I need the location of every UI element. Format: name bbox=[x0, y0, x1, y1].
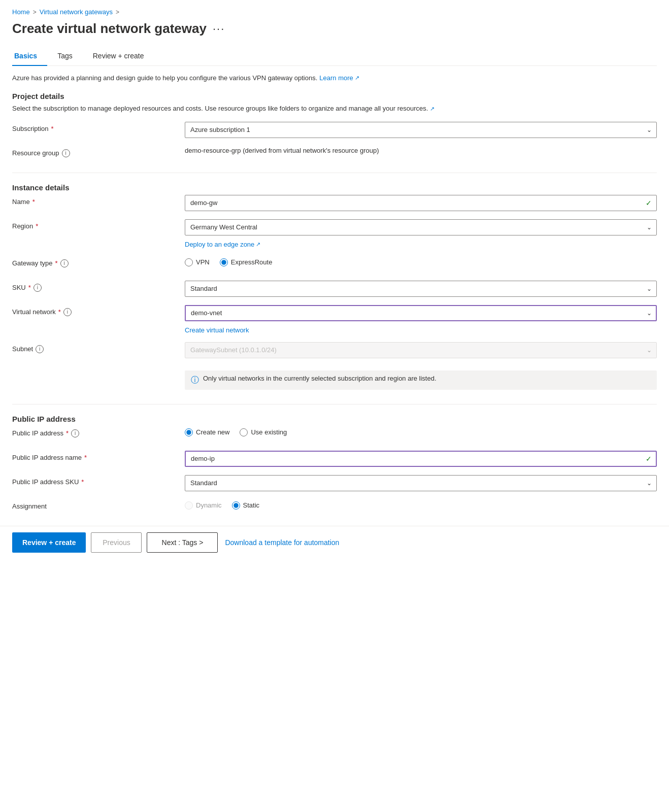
vnet-select-wrapper: demo-vnet ⌄ bbox=[185, 305, 657, 321]
name-input[interactable] bbox=[185, 195, 657, 211]
public-ip-sku-select[interactable]: Standard Basic bbox=[185, 475, 657, 491]
gateway-type-info-icon[interactable]: i bbox=[60, 259, 69, 267]
public-ip-title: Public IP address bbox=[12, 415, 657, 423]
public-ip-row: Public IP address * i Create new Use exi… bbox=[12, 426, 657, 443]
tab-tags[interactable]: Tags bbox=[55, 47, 83, 66]
sku-required: * bbox=[28, 284, 31, 291]
name-label: Name * bbox=[12, 195, 185, 206]
vnet-select[interactable]: demo-vnet bbox=[185, 305, 657, 321]
gateway-type-control: VPN ExpressRoute bbox=[185, 256, 657, 266]
gateway-type-expressroute-option[interactable]: ExpressRoute bbox=[220, 258, 273, 266]
next-button[interactable]: Next : Tags > bbox=[147, 532, 218, 553]
region-required: * bbox=[36, 222, 38, 230]
region-select-wrapper: Germany West Central ⌄ bbox=[185, 219, 657, 235]
gateway-type-expressroute-radio[interactable] bbox=[220, 258, 228, 266]
gateway-type-label: Gateway type * i bbox=[12, 256, 185, 267]
info-bar: Azure has provided a planning and design… bbox=[12, 74, 657, 82]
public-ip-name-input-wrap: ✓ bbox=[185, 451, 657, 467]
sku-select[interactable]: Standard HighPerformance UltraPerformanc… bbox=[185, 281, 657, 297]
region-select[interactable]: Germany West Central bbox=[185, 219, 657, 235]
external-link-icon: ↗ bbox=[355, 75, 359, 81]
region-control: Germany West Central ⌄ Deploy to an edge… bbox=[185, 219, 657, 248]
divider-2 bbox=[12, 404, 657, 404]
bottom-bar: Review + create Previous Next : Tags > D… bbox=[0, 526, 669, 559]
vnet-label: Virtual network * i bbox=[12, 305, 185, 316]
learn-more-link[interactable]: Learn more ↗ bbox=[319, 74, 359, 82]
sku-row: SKU * i Standard HighPerformance UltraPe… bbox=[12, 281, 657, 297]
create-vnet-link[interactable]: Create virtual network bbox=[185, 326, 249, 334]
sku-info-icon[interactable]: i bbox=[34, 284, 42, 292]
instance-details-section: Instance details Name * ✓ Region * bbox=[12, 183, 657, 394]
subnet-control: GatewaySubnet (10.0.1.0/24) ⌄ bbox=[185, 342, 657, 358]
previous-button[interactable]: Previous bbox=[91, 532, 142, 553]
assignment-static-option[interactable]: Static bbox=[232, 501, 260, 510]
resource-group-info-icon[interactable]: i bbox=[62, 149, 70, 157]
assignment-static-label: Static bbox=[243, 501, 260, 509]
gateway-type-row: Gateway type * i VPN ExpressRoute bbox=[12, 256, 657, 273]
gateway-type-vpn-option[interactable]: VPN bbox=[185, 258, 210, 266]
vnet-row: Virtual network * i demo-vnet ⌄ Create v… bbox=[12, 305, 657, 334]
breadcrumb-sep2: > bbox=[116, 9, 119, 16]
public-ip-name-control: ✓ bbox=[185, 451, 657, 467]
page-title: Create virtual network gateway bbox=[12, 21, 207, 37]
name-control: ✓ bbox=[185, 195, 657, 211]
public-ip-sku-row: Public IP address SKU * Standard Basic ⌄ bbox=[12, 475, 657, 491]
public-ip-name-required: * bbox=[84, 454, 87, 461]
public-ip-existing-radio[interactable] bbox=[240, 428, 248, 436]
project-details-title: Project details bbox=[12, 92, 657, 100]
name-check-icon: ✓ bbox=[646, 199, 652, 207]
name-required: * bbox=[32, 198, 35, 206]
assignment-static-radio[interactable] bbox=[232, 501, 240, 510]
gateway-type-vpn-label: VPN bbox=[196, 258, 210, 266]
assignment-dynamic-option[interactable]: Dynamic bbox=[185, 501, 222, 510]
tab-basics[interactable]: Basics bbox=[12, 47, 47, 66]
sku-label: SKU * i bbox=[12, 281, 185, 292]
public-ip-new-radio[interactable] bbox=[185, 428, 193, 436]
subnet-row: Subnet i GatewaySubnet (10.0.1.0/24) ⌄ bbox=[12, 342, 657, 358]
more-options-icon[interactable]: ··· bbox=[213, 22, 225, 36]
gateway-type-vpn-radio[interactable] bbox=[185, 258, 193, 266]
vnet-required: * bbox=[58, 308, 61, 316]
public-ip-existing-option[interactable]: Use existing bbox=[240, 428, 287, 436]
deploy-edge-external-icon: ↗ bbox=[256, 241, 260, 248]
public-ip-info-icon[interactable]: i bbox=[71, 429, 79, 437]
public-ip-sku-label: Public IP address SKU * bbox=[12, 475, 185, 486]
sku-control: Standard HighPerformance UltraPerformanc… bbox=[185, 281, 657, 297]
subscription-row: Subscription * Azure subscription 1 ⌄ bbox=[12, 122, 657, 138]
subnet-note-row: ⓘ Only virtual networks in the currently… bbox=[12, 366, 657, 394]
public-ip-name-input[interactable] bbox=[185, 451, 657, 467]
public-ip-name-label: Public IP address name * bbox=[12, 451, 185, 461]
gateway-type-radio-group: VPN ExpressRoute bbox=[185, 256, 657, 266]
review-create-button[interactable]: Review + create bbox=[12, 532, 86, 553]
subnet-info-icon[interactable]: i bbox=[36, 345, 44, 353]
tabs-row: Basics Tags Review + create bbox=[12, 47, 657, 66]
assignment-dynamic-label: Dynamic bbox=[196, 501, 222, 509]
subnet-note-control: ⓘ Only virtual networks in the currently… bbox=[185, 366, 657, 394]
resource-groups-link[interactable]: ↗ bbox=[430, 105, 434, 112]
subnet-select: GatewaySubnet (10.0.1.0/24) bbox=[185, 342, 657, 358]
name-input-wrap: ✓ bbox=[185, 195, 657, 211]
subscription-required: * bbox=[51, 125, 54, 132]
divider-1 bbox=[12, 173, 657, 173]
vnet-info-icon[interactable]: i bbox=[63, 308, 72, 316]
info-bar-text: Azure has provided a planning and design… bbox=[12, 74, 317, 82]
public-ip-existing-label: Use existing bbox=[251, 428, 287, 436]
subnet-note: ⓘ Only virtual networks in the currently… bbox=[185, 370, 657, 390]
instance-details-title: Instance details bbox=[12, 183, 657, 192]
subnet-note-spacer bbox=[12, 366, 185, 369]
download-template-link[interactable]: Download a template for automation bbox=[223, 534, 341, 551]
project-details-section: Project details Select the subscription … bbox=[12, 92, 657, 162]
public-ip-new-option[interactable]: Create new bbox=[185, 428, 229, 436]
breadcrumb-parent[interactable]: Virtual network gateways bbox=[40, 8, 113, 16]
project-details-desc: Select the subscription to manage deploy… bbox=[12, 104, 657, 114]
breadcrumb-home[interactable]: Home bbox=[12, 8, 30, 16]
public-ip-sku-select-wrapper: Standard Basic ⌄ bbox=[185, 475, 657, 491]
subscription-label: Subscription * bbox=[12, 122, 185, 132]
assignment-label: Assignment bbox=[12, 499, 185, 510]
subscription-select[interactable]: Azure subscription 1 bbox=[185, 122, 657, 138]
tab-review-create[interactable]: Review + create bbox=[91, 47, 154, 66]
deploy-edge-link[interactable]: Deploy to an edge zone ↗ bbox=[185, 241, 260, 248]
name-row: Name * ✓ bbox=[12, 195, 657, 211]
page-title-row: Create virtual network gateway ··· bbox=[12, 21, 657, 37]
gateway-type-required: * bbox=[55, 259, 58, 267]
